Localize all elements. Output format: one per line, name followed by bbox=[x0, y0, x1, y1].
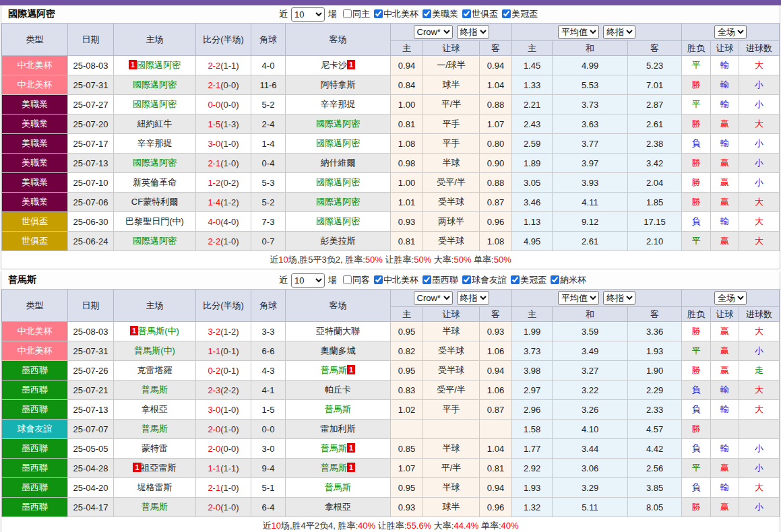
match-row: 美職業25-07-13國際邁阿密2-1(1-0)0-4納什維爾0.98半球0.9… bbox=[2, 154, 780, 173]
score-fulltime: 2-1 bbox=[208, 483, 220, 493]
sub-col-header: 和 bbox=[553, 41, 628, 56]
cell-type: 墨西聯 bbox=[2, 478, 68, 498]
cell-home-team: 1祖亞雷斯 bbox=[114, 459, 196, 478]
cell-result-outcome: 勝 bbox=[682, 114, 711, 134]
recent-count-select[interactable]: 10 bbox=[291, 7, 325, 22]
checkbox-input[interactable] bbox=[551, 275, 559, 284]
games-label: 場 bbox=[328, 274, 337, 286]
avg-value-select[interactable]: 平均值 bbox=[558, 291, 599, 305]
filter-checkbox-中北美杯[interactable]: 中北美杯 bbox=[371, 8, 418, 20]
team-name-text: 普馬斯 bbox=[142, 502, 168, 512]
odds-provider-select[interactable]: Crow* bbox=[414, 291, 453, 305]
filter-checkbox-中北美杯[interactable]: 中北美杯 bbox=[371, 274, 418, 286]
cell-score: 3-2(1-2) bbox=[196, 322, 251, 341]
filter-checkbox-美冠盃[interactable]: 美冠盃 bbox=[507, 274, 546, 286]
cell-avg-draw: 3.63 bbox=[553, 114, 628, 134]
filter-checkbox-美冠盃[interactable]: 美冠盃 bbox=[499, 8, 538, 20]
cell-avg-away: 5.23 bbox=[628, 56, 682, 75]
cell-home-team: 普馬斯 bbox=[114, 380, 196, 400]
checkbox-input[interactable] bbox=[502, 9, 511, 18]
score-fulltime: 1-1 bbox=[208, 463, 220, 473]
cell-type: 球會友誼 bbox=[2, 420, 68, 439]
col-header: 主场 bbox=[114, 24, 196, 56]
cell-corners: 9-4 bbox=[251, 459, 286, 478]
league-filters: 同主中北美杯美職業世俱盃美冠盃 bbox=[337, 8, 538, 21]
cell-odds-handicap: 受半球 bbox=[423, 341, 480, 361]
cell-avg-home: 1.13 bbox=[512, 212, 553, 232]
filter-checkbox-美職業[interactable]: 美職業 bbox=[419, 8, 458, 20]
summary-segment: 50% bbox=[494, 255, 511, 265]
filter-checkbox-墨西聯[interactable]: 墨西聯 bbox=[419, 274, 458, 286]
cell-avg-home: 3.46 bbox=[512, 193, 553, 212]
cell-avg-draw: 9.12 bbox=[553, 212, 628, 232]
checkbox-input[interactable] bbox=[462, 9, 471, 18]
checkbox-input[interactable] bbox=[374, 9, 383, 18]
checkbox-input[interactable] bbox=[343, 9, 352, 18]
checkbox-input[interactable] bbox=[374, 275, 383, 284]
cell-corners: 5-2 bbox=[251, 193, 286, 212]
cell-corners: 6-6 bbox=[251, 341, 286, 361]
cell-avg-draw: 3.22 bbox=[553, 380, 628, 400]
cell-result-outcome: 平 bbox=[682, 232, 711, 251]
cell-avg-home: 2.59 bbox=[512, 134, 553, 154]
filter-checkbox-同客[interactable]: 同客 bbox=[338, 274, 370, 286]
checkbox-input[interactable] bbox=[511, 275, 520, 284]
cell-corners: 4-1 bbox=[251, 380, 286, 400]
cell-odds-home: 1.08 bbox=[391, 134, 423, 154]
match-row: 墨西聯25-07-13拿根亞3-0(1-0)1-5普馬斯1.02平手0.872.… bbox=[2, 400, 780, 420]
filter-checkbox-同主[interactable]: 同主 bbox=[338, 8, 370, 20]
checkbox-input[interactable] bbox=[423, 275, 431, 284]
scope-select[interactable]: 全场 bbox=[714, 25, 747, 39]
avg-index-select[interactable]: 终指 bbox=[603, 291, 635, 305]
cell-corners: 5-1 bbox=[251, 478, 286, 498]
cell-date: 25-07-10 bbox=[68, 173, 114, 193]
cell-type: 世俱盃 bbox=[2, 212, 68, 232]
scope-select[interactable]: 全场 bbox=[714, 291, 747, 305]
checkbox-input[interactable] bbox=[462, 275, 471, 284]
cell-home-team: 新英倫革命 bbox=[114, 173, 196, 193]
cell-away-team: 雷加利斯 bbox=[286, 420, 391, 439]
summary-segment: 44.4% bbox=[454, 521, 478, 531]
odds-provider-select[interactable]: Crow* bbox=[414, 25, 453, 39]
cell-result-outcome: 勝 bbox=[682, 193, 711, 212]
cell-odds-home: 1.07 bbox=[391, 459, 423, 478]
col-header: 日期 bbox=[68, 24, 114, 56]
avg-value-select[interactable]: 平均值 bbox=[558, 25, 599, 39]
league-filters: 同客中北美杯墨西聯球會友誼美冠盃納米杯 bbox=[337, 274, 586, 287]
score-halftime: (1-0) bbox=[220, 483, 239, 493]
recent-count-select[interactable]: 10 bbox=[291, 273, 325, 288]
cell-type: 墨西聯 bbox=[2, 380, 68, 400]
avg-index-select[interactable]: 终指 bbox=[603, 25, 635, 39]
cell-type: 中北美杯 bbox=[2, 341, 68, 361]
cell-type: 美職業 bbox=[2, 193, 68, 212]
cell-result-handicap: 赢 bbox=[711, 341, 739, 361]
cell-avg-away: 2.56 bbox=[628, 459, 682, 478]
cell-odds-handicap: 受平/半 bbox=[423, 380, 480, 400]
match-row: 墨西聯25-07-21普馬斯2-3(2-2)4-1帕丘卡0.83受平/半1.06… bbox=[2, 380, 780, 400]
checkbox-input[interactable] bbox=[343, 275, 352, 284]
cell-odds-handicap: 球半 bbox=[423, 498, 480, 517]
match-row: 球會友誼25-07-07普馬斯2-0(1-0)0-0雷加利斯1.584.104.… bbox=[2, 420, 780, 439]
cell-result-goals: 小 bbox=[739, 498, 780, 517]
filter-checkbox-球會友誼[interactable]: 球會友誼 bbox=[459, 274, 507, 286]
filter-checkbox-納米杯[interactable]: 納米杯 bbox=[547, 274, 586, 286]
cell-result-outcome: 平 bbox=[682, 459, 711, 478]
checkbox-input[interactable] bbox=[423, 9, 431, 18]
match-row: 中北美杯25-08-031普馬斯(中)3-2(1-2)3-3亞特蘭大聯0.95半… bbox=[2, 322, 780, 341]
cell-result-handicap: 輸 bbox=[711, 400, 739, 420]
cell-score: 2-1(1-0) bbox=[196, 154, 251, 173]
filter-checkbox-世俱盃[interactable]: 世俱盃 bbox=[459, 8, 498, 20]
cell-away-team: 彭美拉斯 bbox=[286, 232, 391, 251]
cell-avg-draw: 3.93 bbox=[553, 173, 628, 193]
odds-index-select[interactable]: 终指 bbox=[457, 291, 489, 305]
summary-segment: 大率: bbox=[431, 521, 454, 531]
cell-odds-home: 0.81 bbox=[391, 114, 423, 134]
cell-odds-away: 0.90 bbox=[480, 154, 512, 173]
cell-result-handicap: 輸 bbox=[711, 95, 739, 114]
cell-odds-home: 0.82 bbox=[391, 341, 423, 361]
odds-index-select[interactable]: 终指 bbox=[457, 25, 489, 39]
cell-date: 25-06-30 bbox=[68, 212, 114, 232]
cell-result-outcome: 負 bbox=[682, 380, 711, 400]
cell-date: 25-04-28 bbox=[68, 459, 114, 478]
score-fulltime: 1-1 bbox=[208, 346, 220, 356]
